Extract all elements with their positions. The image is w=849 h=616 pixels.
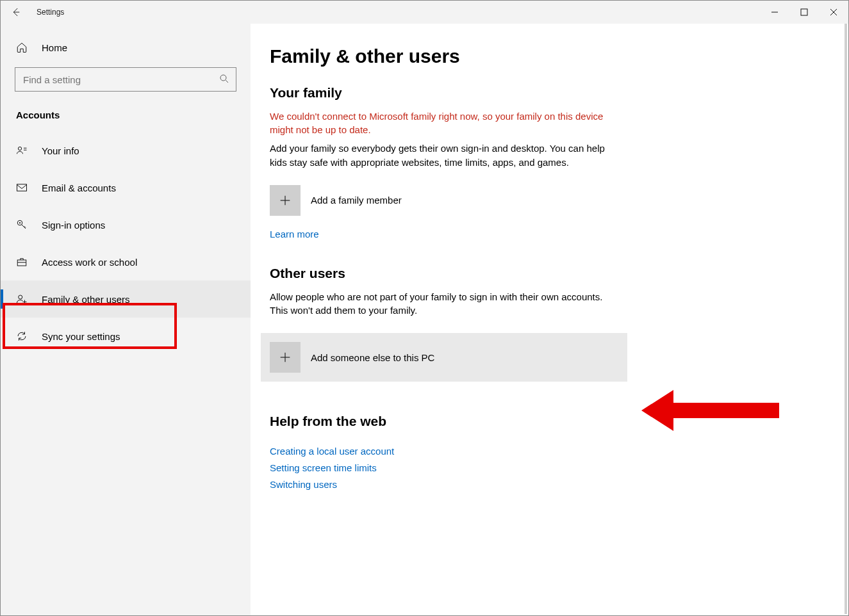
sidebar-item-your-info[interactable]: Your info (1, 132, 251, 169)
svg-point-14 (19, 295, 22, 299)
app-title: Settings (37, 8, 64, 17)
maximize-icon (800, 8, 808, 16)
maximize-button[interactable] (789, 1, 819, 24)
other-users-heading: Other users (270, 266, 829, 281)
people-add-icon (16, 293, 28, 305)
sidebar-item-label: Sign-in options (42, 220, 105, 231)
briefcase-icon (16, 256, 28, 268)
sync-icon (16, 330, 28, 342)
help-link-screen-time[interactable]: Setting screen time limits (270, 462, 377, 473)
sidebar-item-access-work-school[interactable]: Access work or school (1, 243, 251, 280)
sidebar-item-sync-settings[interactable]: Sync your settings (1, 318, 251, 355)
minimize-icon (771, 8, 779, 16)
help-from-web-heading: Help from the web (270, 414, 829, 429)
section-label: Accounts (1, 109, 251, 132)
back-button[interactable] (1, 1, 31, 24)
other-users-body-text: Allow people who are not part of your fa… (270, 290, 616, 318)
arrow-left-icon (10, 6, 22, 18)
family-error-text: We couldn't connect to Microsoft family … (270, 109, 616, 136)
family-body-text: Add your family so everybody gets their … (270, 142, 616, 170)
sidebar: Home Accounts Your info Email & accounts… (1, 24, 251, 615)
person-card-icon (16, 145, 28, 156)
minimize-button[interactable] (760, 1, 789, 24)
svg-rect-1 (801, 9, 807, 15)
add-someone-else-label: Add someone else to this PC (311, 352, 434, 363)
home-icon (16, 42, 28, 53)
sidebar-item-label: Your info (42, 145, 79, 156)
sidebar-item-label: Family & other users (42, 294, 130, 305)
svg-point-4 (220, 75, 226, 81)
sidebar-item-label: Sync your settings (42, 331, 120, 342)
plus-icon (270, 342, 301, 373)
your-family-heading: Your family (270, 85, 829, 101)
help-link-local-user[interactable]: Creating a local user account (270, 446, 394, 457)
add-family-member-label: Add a family member (311, 195, 402, 206)
scrollbar[interactable] (845, 24, 847, 614)
plus-icon (270, 185, 301, 216)
sidebar-item-email-accounts[interactable]: Email & accounts (1, 169, 251, 206)
sidebar-item-label: Access work or school (42, 257, 137, 268)
close-button[interactable] (819, 1, 848, 24)
svg-point-11 (19, 222, 21, 223)
learn-more-link[interactable]: Learn more (270, 229, 319, 239)
add-someone-else-button[interactable]: Add someone else to this PC (261, 333, 627, 382)
home-nav[interactable]: Home (1, 33, 251, 67)
svg-point-6 (18, 147, 21, 150)
search-icon (218, 73, 230, 85)
page-title: Family & other users (270, 45, 829, 67)
sidebar-item-label: Email & accounts (42, 182, 116, 193)
sidebar-item-family-other-users[interactable]: Family & other users (1, 280, 251, 318)
mail-icon (16, 182, 28, 193)
sidebar-item-signin-options[interactable]: Sign-in options (1, 206, 251, 243)
close-icon (830, 8, 837, 16)
main-content: Family & other users Your family We coul… (251, 24, 848, 615)
svg-rect-12 (17, 260, 26, 266)
home-label: Home (42, 42, 67, 53)
search-input[interactable] (15, 67, 236, 92)
add-family-member-button[interactable]: Add a family member (270, 185, 829, 216)
help-link-switching-users[interactable]: Switching users (270, 479, 337, 490)
svg-rect-9 (17, 184, 27, 191)
key-icon (16, 219, 28, 231)
svg-line-5 (226, 80, 228, 83)
